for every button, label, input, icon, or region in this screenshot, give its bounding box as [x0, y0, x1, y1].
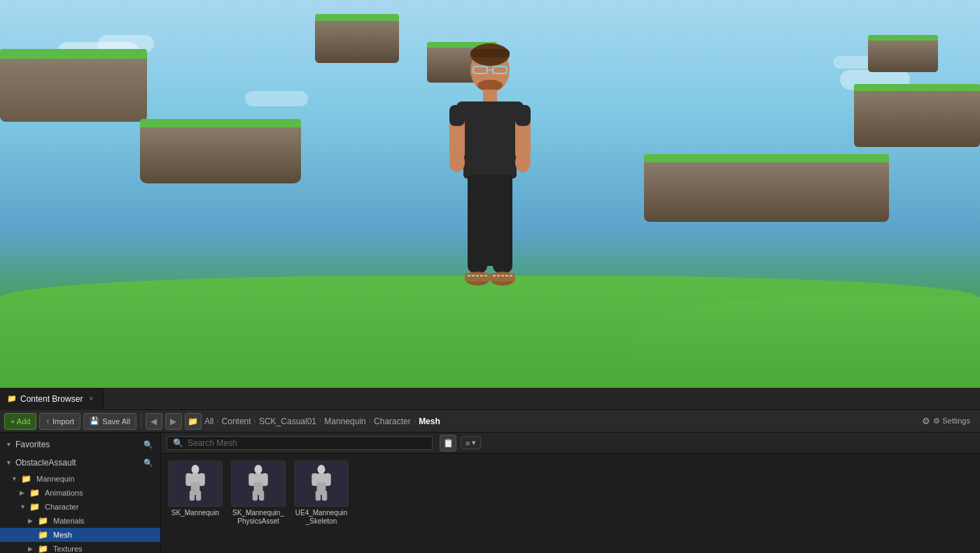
search-input-container: 🔍 [167, 436, 433, 450]
svg-rect-11 [449, 105, 465, 126]
folder-icon: 📁 [38, 516, 48, 526]
filter-icon: ≡ [465, 439, 470, 447]
breadcrumb: All›Content›SCK_Casual01›Mannequin›Chara… [204, 416, 913, 426]
favorites-collapse-arrow: ▼ [6, 441, 13, 448]
settings-gear-icon: ⚙ [922, 416, 930, 426]
ground-right [630, 297, 980, 388]
search-bar: 🔍 📋 ≡ ▾ [161, 433, 980, 454]
character-model [420, 35, 560, 350]
svg-point-15 [515, 153, 531, 172]
sidebar-item-materials[interactable]: ▶📁Materials [0, 514, 160, 528]
favorites-search-button[interactable]: 🔍 [142, 438, 155, 451]
svg-rect-26 [192, 472, 200, 483]
settings-button[interactable]: ⚙ ⚙ Settings [916, 413, 976, 430]
breadcrumb-item-content[interactable]: Content [222, 416, 251, 426]
nav-forward-button[interactable]: ▶ [165, 413, 182, 430]
tree-collapse-arrow: ▶ [28, 517, 35, 524]
svg-rect-13 [515, 105, 531, 126]
asset-thumbnail [168, 461, 223, 507]
floating-island [854, 84, 980, 182]
tree-item-label: Textures [53, 545, 83, 553]
sidebar-item-textures[interactable]: ▶📁Textures [0, 542, 160, 553]
asset-item-2[interactable]: UE4_Mannequin_Skeleton [293, 459, 350, 527]
svg-rect-45 [322, 490, 327, 500]
breadcrumb-item-sck_casual01[interactable]: SCK_Casual01 [259, 416, 316, 426]
asset-label: SK_Mannequin_PhysicsAsset [231, 509, 286, 526]
sidebar: ▼ Favorites 🔍 ▼ ObstacleAssault 🔍 ▼📁Mann… [0, 433, 161, 553]
project-header[interactable]: ▼ ObstacleAssault 🔍 [0, 454, 160, 472]
add-button[interactable]: + Add [4, 413, 36, 430]
sidebar-item-character[interactable]: ▼📁Character [0, 500, 160, 514]
sidebar-tree: ▼📁Mannequin▶📁Animations▼📁Character▶📁Mate… [0, 472, 160, 553]
folder-icon: 📁 [38, 544, 48, 553]
svg-rect-40 [318, 472, 326, 483]
filter-button[interactable]: ≡ ▾ [461, 436, 481, 449]
floating-island [644, 154, 889, 266]
sidebar-item-mesh[interactable]: 📁Mesh [0, 528, 160, 542]
nav-back-button[interactable]: ◀ [146, 413, 162, 430]
breadcrumb-item-mesh[interactable]: Mesh [419, 416, 440, 426]
asset-new-button[interactable]: 📋 [440, 435, 456, 451]
svg-rect-30 [190, 490, 195, 500]
svg-rect-20 [465, 273, 490, 281]
breadcrumb-separator: › [216, 417, 218, 425]
search-input[interactable] [188, 438, 426, 448]
project-search-button[interactable]: 🔍 [142, 456, 155, 469]
tree-item-label: Character [45, 503, 78, 511]
breadcrumb-separator: › [254, 417, 256, 425]
svg-rect-44 [316, 490, 321, 500]
import-icon: ↑ [46, 417, 50, 426]
svg-rect-38 [259, 490, 264, 500]
svg-rect-37 [253, 490, 258, 500]
folder-icon: 📁 [38, 530, 48, 540]
project-section: ▼ ObstacleAssault 🔍 ▼📁Mannequin▶📁Animati… [0, 454, 160, 553]
favorites-label: Favorites [15, 440, 50, 449]
breadcrumb-item-mannequin[interactable]: Mannequin [324, 416, 365, 426]
save-icon: 💾 [90, 416, 99, 426]
asset-item-0[interactable]: SK_Mannequin [167, 459, 224, 527]
tree-collapse-arrow: ▼ [20, 503, 27, 510]
breadcrumb-item-all[interactable]: All [204, 416, 214, 426]
nav-folder-button[interactable]: 📁 [185, 413, 202, 430]
svg-rect-9 [456, 102, 524, 122]
svg-point-25 [192, 465, 200, 474]
tab-bar: 📁 Content Browser × [0, 388, 980, 410]
content-area: ▼ Favorites 🔍 ▼ ObstacleAssault 🔍 ▼📁Mann… [0, 433, 980, 553]
tree-item-label: Mannequin [36, 475, 74, 483]
toolbar-separator [141, 414, 141, 428]
project-collapse-arrow: ▼ [6, 459, 13, 466]
tree-collapse-arrow: ▼ [11, 475, 18, 482]
favorites-header[interactable]: ▼ Favorites 🔍 [0, 435, 160, 454]
save-all-button[interactable]: 💾 Save All [83, 413, 136, 430]
tab-label: Content Browser [20, 394, 83, 404]
svg-point-14 [449, 153, 465, 172]
breadcrumb-item-character[interactable]: Character [374, 416, 411, 426]
asset-area: 🔍 📋 ≡ ▾ SK_Mannequin SK_Manne [161, 433, 980, 553]
filter-chevron: ▾ [472, 438, 476, 447]
tab-close-button[interactable]: × [86, 394, 96, 404]
floating-island [140, 119, 301, 217]
asset-item-1[interactable]: SK_Mannequin_PhysicsAsset [230, 459, 287, 527]
tree-collapse-arrow: ▶ [28, 545, 35, 552]
folder-icon: 📁 [29, 488, 40, 498]
sidebar-item-mannequin[interactable]: ▼📁Mannequin [0, 472, 160, 486]
svg-point-39 [318, 465, 326, 474]
svg-rect-17 [468, 217, 487, 273]
content-browser-tab[interactable]: 📁 Content Browser × [0, 388, 104, 410]
floating-island [868, 35, 938, 84]
asset-label: SK_Mannequin [172, 509, 219, 517]
svg-point-32 [255, 465, 262, 474]
breadcrumb-separator: › [319, 417, 321, 425]
sidebar-item-animations[interactable]: ▶📁Animations [0, 486, 160, 500]
import-button[interactable]: ↑ Import [39, 413, 80, 430]
breadcrumb-separator: › [369, 417, 371, 425]
tree-item-label: Mesh [53, 531, 72, 539]
folder-icon: 📁 [21, 474, 31, 484]
cloud [245, 91, 308, 106]
folder-icon: 📁 [29, 502, 40, 512]
floating-island [315, 14, 399, 84]
tree-item-label: Materials [53, 517, 85, 525]
toolbar: + Add ↑ Import 💾 Save All ◀ ▶ 📁 All›Cont… [0, 410, 980, 433]
asset-thumbnail [231, 461, 286, 507]
asset-thumbnail [294, 461, 349, 507]
